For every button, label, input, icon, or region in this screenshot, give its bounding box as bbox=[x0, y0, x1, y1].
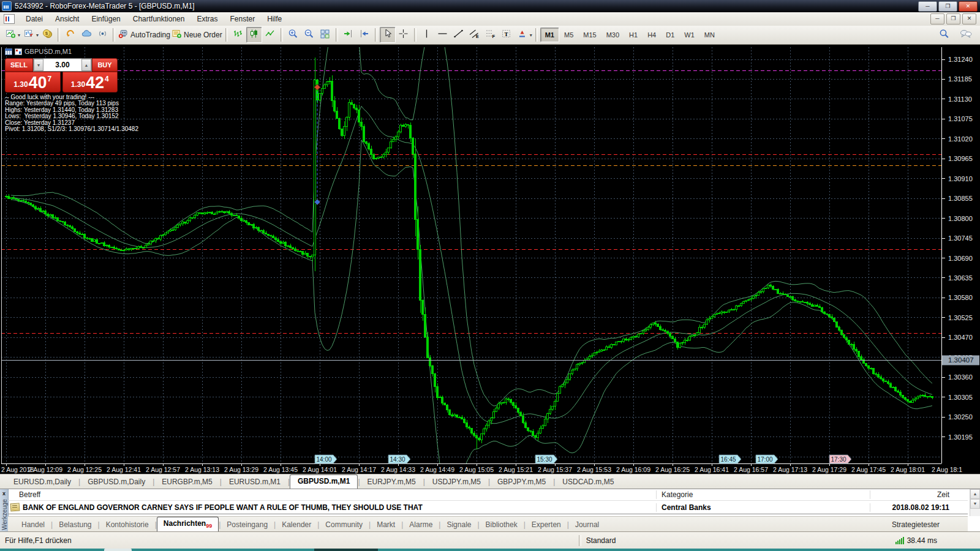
toolbox-tab-belastung[interactable]: Belastung bbox=[53, 519, 97, 531]
crosshair-button[interactable] bbox=[396, 27, 412, 43]
menu-hilfe[interactable]: Hilfe bbox=[261, 13, 288, 25]
volume-decrease-button[interactable]: ▼ bbox=[34, 59, 43, 71]
menu-fenster[interactable]: Fenster bbox=[224, 13, 262, 25]
scroll-up-icon[interactable]: ▲ bbox=[970, 489, 980, 499]
cursor-button[interactable] bbox=[380, 27, 396, 43]
child-minimize-button[interactable]: ─ bbox=[930, 13, 944, 24]
autotrading-button[interactable]: AutoTrading bbox=[118, 27, 171, 43]
svg-text:1.30690: 1.30690 bbox=[948, 255, 973, 262]
column-header-time[interactable]: Zeit bbox=[870, 490, 968, 499]
arrows-button[interactable] bbox=[514, 27, 530, 43]
equidistant-channel-button[interactable]: E bbox=[467, 27, 483, 43]
timeframe-m5-button[interactable]: M5 bbox=[559, 28, 578, 42]
chart-tab-gbpusd-m-m1[interactable]: GBPUSD.m,M1 bbox=[290, 474, 358, 489]
toolbox-tab-bibliothek[interactable]: Bibliothek bbox=[480, 519, 524, 531]
toolbox-tab-journal[interactable]: Journal bbox=[569, 519, 605, 531]
scroll-down-icon[interactable]: ▼ bbox=[970, 499, 980, 509]
toolbox-tab-signale[interactable]: Signale bbox=[440, 519, 477, 531]
tile-windows-button[interactable] bbox=[317, 27, 333, 43]
toolbox-scrollbar[interactable]: ▲ ▼ bbox=[970, 489, 980, 516]
menu-chartfunktionen[interactable]: Chartfunktionen bbox=[127, 13, 191, 25]
maximize-button[interactable]: ❐ bbox=[938, 1, 957, 12]
accounts-button[interactable]: $ bbox=[39, 27, 55, 43]
toolbox-tab-handel[interactable]: Handel bbox=[15, 519, 51, 531]
fibonacci-button[interactable]: F bbox=[483, 27, 499, 43]
chart-tab-eurjpy-m-m5[interactable]: EURJPY.m,M5 bbox=[360, 476, 423, 489]
profiles-button[interactable] bbox=[21, 27, 37, 43]
chart-area[interactable]: 1.312401.311851.311301.310751.310201.309… bbox=[0, 45, 980, 474]
timeframe-m1-button[interactable]: M1 bbox=[540, 28, 559, 42]
neue-order-button[interactable]: Neue Order bbox=[171, 27, 223, 43]
chart-tab-usdcad-m-m5[interactable]: USDCAD.m,M5 bbox=[555, 476, 621, 489]
menu-einfügen[interactable]: Einfügen bbox=[85, 13, 126, 25]
zoom-in-button[interactable] bbox=[285, 27, 301, 43]
buy-price-button[interactable]: 1.30 42 4 bbox=[62, 72, 118, 92]
text-tool-button[interactable]: T bbox=[499, 27, 514, 43]
minimize-button[interactable]: ─ bbox=[918, 1, 937, 12]
sell-button[interactable]: SELL bbox=[5, 58, 33, 72]
trend-line-button[interactable] bbox=[451, 27, 467, 43]
menu-datei[interactable]: Datei bbox=[20, 13, 49, 25]
timeframe-h1-button[interactable]: H1 bbox=[624, 28, 643, 42]
toolbox-tab-posteingang[interactable]: Posteingang bbox=[221, 519, 274, 531]
timeframe-mn-button[interactable]: MN bbox=[699, 28, 720, 42]
cloud-button[interactable] bbox=[78, 27, 94, 43]
volume-input[interactable]: 3.00 bbox=[43, 59, 81, 71]
buy-button[interactable]: BUY bbox=[92, 58, 118, 72]
chart-tab-eurgbp-m-m5[interactable]: EURGBP.m,M5 bbox=[154, 476, 219, 489]
toolbox-tab-kalender[interactable]: Kalender bbox=[276, 519, 317, 531]
chat-button[interactable] bbox=[958, 27, 974, 43]
column-header-category[interactable]: Kategorie bbox=[656, 490, 870, 499]
vertical-line-button[interactable] bbox=[419, 27, 435, 43]
search-button[interactable] bbox=[936, 27, 952, 43]
timeframe-h4-button[interactable]: H4 bbox=[643, 28, 661, 42]
chart-tab-gbpjpy-m-m5[interactable]: GBPJPY.m,M5 bbox=[490, 476, 553, 489]
toolbox-tab-alarme[interactable]: Alarme bbox=[403, 519, 439, 531]
profiles-dropdown-icon[interactable]: ▾ bbox=[36, 32, 39, 38]
zoom-out-button[interactable] bbox=[301, 27, 317, 43]
neue-order-icon bbox=[172, 29, 182, 41]
toolbox-tab-markt[interactable]: Markt bbox=[371, 519, 401, 531]
toolbox-tab-nachrichten[interactable]: Nachrichten99 bbox=[157, 517, 219, 533]
new-chart-dropdown-icon[interactable]: ▾ bbox=[18, 32, 20, 38]
fibonacci-icon: F bbox=[485, 29, 496, 41]
strategietester-tab[interactable]: Strategietester bbox=[892, 520, 940, 529]
volume-increase-button[interactable]: ▲ bbox=[81, 59, 91, 71]
toolbox-tab-kontohistorie[interactable]: Kontohistorie bbox=[100, 519, 155, 531]
candlestick-chart-button[interactable] bbox=[246, 27, 262, 43]
chart-tab-eurusd-m-m1[interactable]: EURUSD.m,M1 bbox=[222, 476, 288, 489]
chart-shift-button[interactable] bbox=[341, 27, 356, 43]
sell-price-button[interactable]: 1.30 40 7 bbox=[5, 72, 61, 92]
arrows-dropdown-icon[interactable]: ▾ bbox=[530, 32, 532, 38]
svg-text:1.31075: 1.31075 bbox=[948, 115, 973, 122]
chart-tab-usdjpy-m-m5[interactable]: USDJPY.m,M5 bbox=[425, 476, 488, 489]
timeframe-w1-button[interactable]: W1 bbox=[679, 28, 699, 42]
horizontal-line-button[interactable] bbox=[435, 27, 451, 43]
bar-chart-button[interactable] bbox=[230, 27, 246, 43]
timeframe-m15-button[interactable]: M15 bbox=[578, 28, 601, 42]
chart-window-icon[interactable] bbox=[4, 14, 15, 24]
child-close-button[interactable]: ✕ bbox=[962, 13, 976, 24]
toolbox-tab-experten[interactable]: Experten bbox=[526, 519, 567, 531]
news-row[interactable]: BANK OF ENGLAND GOVERNOR CARNEY SAYS IF … bbox=[8, 501, 968, 514]
timeframe-d1-button[interactable]: D1 bbox=[661, 28, 679, 42]
price-chart[interactable]: 1.312401.311851.311301.310751.310201.309… bbox=[0, 45, 980, 474]
close-button[interactable]: ✕ bbox=[959, 1, 978, 12]
history-center-button[interactable] bbox=[62, 27, 78, 43]
chart-tab-gbpusd-m-daily[interactable]: GBPUSD.m,Daily bbox=[80, 476, 153, 489]
svg-text:1.30470: 1.30470 bbox=[948, 334, 973, 341]
auto-scroll-button[interactable] bbox=[356, 27, 372, 43]
column-header-subject[interactable]: Betreff bbox=[8, 490, 656, 499]
arrows-icon bbox=[517, 29, 527, 41]
child-restore-button[interactable]: ❐ bbox=[946, 13, 960, 24]
depth-of-market-icon[interactable] bbox=[15, 48, 22, 55]
timeframe-m30-button[interactable]: M30 bbox=[601, 28, 624, 42]
signal-button[interactable] bbox=[94, 27, 110, 43]
new-chart-button[interactable] bbox=[2, 27, 18, 43]
menu-ansicht[interactable]: Ansicht bbox=[49, 13, 85, 25]
chart-tab-eurusd-m-daily[interactable]: EURUSD.m,Daily bbox=[6, 476, 78, 489]
quotes-grid-icon[interactable] bbox=[5, 48, 12, 55]
toolbox-tab-community[interactable]: Community bbox=[319, 519, 369, 531]
line-chart-button[interactable] bbox=[262, 27, 278, 43]
menu-extras[interactable]: Extras bbox=[190, 13, 224, 25]
